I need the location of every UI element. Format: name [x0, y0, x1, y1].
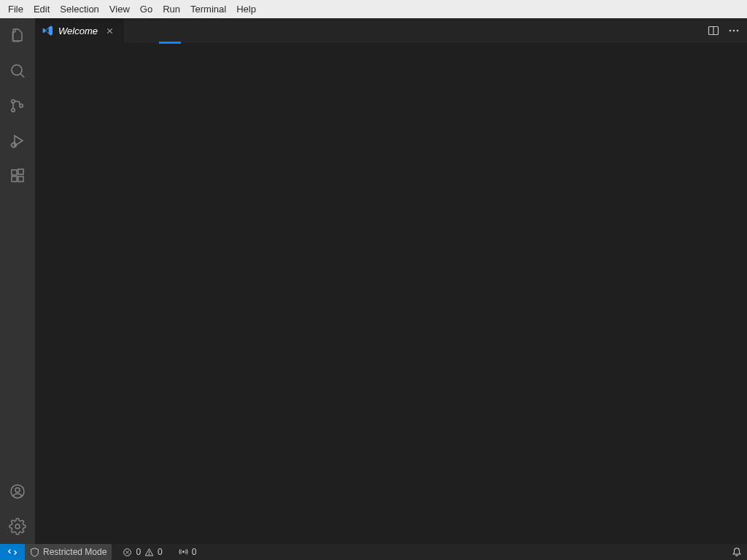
shield-icon	[30, 548, 39, 557]
svg-point-21	[729, 30, 732, 32]
more-icon	[728, 25, 740, 36]
activity-run-debug[interactable]	[0, 123, 35, 158]
menu-selection[interactable]: Selection	[55, 1, 104, 17]
tab-label: Welcome	[58, 26, 98, 36]
svg-rect-10	[12, 170, 17, 175]
gear-icon	[9, 518, 26, 535]
svg-rect-11	[12, 176, 17, 182]
activity-accounts[interactable]	[0, 474, 35, 509]
remote-icon	[7, 547, 18, 557]
activity-source-control[interactable]	[0, 88, 35, 123]
menu-file[interactable]: File	[3, 1, 28, 17]
svg-point-23	[737, 30, 739, 32]
remote-button[interactable]	[0, 544, 25, 560]
svg-point-4	[20, 104, 23, 107]
svg-point-0	[12, 65, 22, 75]
tab-bar: Welcome	[35, 18, 747, 44]
activity-search[interactable]	[0, 53, 35, 88]
ports-button[interactable]: 0	[174, 544, 202, 560]
svg-point-16	[15, 524, 20, 529]
menu-edit[interactable]: Edit	[28, 1, 55, 17]
svg-rect-13	[18, 169, 23, 174]
activity-bar	[0, 18, 35, 544]
editor-region: Welcome	[35, 18, 747, 544]
main-area: Welcome	[0, 18, 747, 544]
notifications-button[interactable]	[727, 544, 747, 560]
status-bar: Restricted Mode 0 0	[0, 544, 747, 560]
extensions-icon	[9, 167, 26, 184]
problems-button[interactable]: 0 0	[117, 544, 167, 560]
svg-point-3	[12, 109, 15, 112]
tab-welcome[interactable]: Welcome	[35, 18, 125, 43]
activity-extensions[interactable]	[0, 158, 35, 193]
menu-help[interactable]: Help	[231, 1, 261, 17]
svg-point-29	[182, 551, 184, 552]
bell-icon	[732, 547, 742, 557]
svg-line-1	[20, 74, 24, 77]
close-icon	[105, 26, 115, 36]
ports-count: 0	[192, 547, 197, 557]
editor-body[interactable]	[35, 46, 747, 544]
run-debug-icon	[9, 132, 26, 149]
breadcrumb-bar	[35, 44, 747, 46]
menu-terminal[interactable]: Terminal	[185, 1, 231, 17]
files-icon	[9, 27, 26, 44]
source-control-icon	[9, 97, 26, 114]
split-editor-icon	[708, 25, 719, 36]
menu-go[interactable]: Go	[135, 1, 158, 17]
vscode-icon	[42, 25, 54, 36]
svg-point-28	[149, 553, 150, 554]
menubar: File Edit Selection View Go Run Terminal…	[0, 0, 747, 18]
errors-count: 0	[136, 547, 141, 557]
activity-manage[interactable]	[0, 509, 35, 544]
warnings-count: 0	[158, 547, 163, 557]
account-icon	[9, 483, 26, 500]
tab-close-button[interactable]	[104, 24, 117, 37]
tab-actions	[700, 18, 747, 43]
split-editor-button[interactable]	[708, 25, 719, 36]
svg-rect-12	[18, 176, 23, 182]
warning-icon	[144, 548, 154, 557]
menu-view[interactable]: View	[104, 1, 135, 17]
svg-point-22	[733, 30, 735, 32]
more-actions-button[interactable]	[728, 25, 740, 36]
menu-run[interactable]: Run	[158, 1, 185, 17]
search-icon	[9, 62, 26, 79]
accent-indicator	[159, 42, 181, 44]
restricted-mode-label: Restricted Mode	[43, 547, 107, 557]
svg-point-2	[12, 100, 15, 103]
activity-explorer[interactable]	[0, 18, 35, 53]
error-icon	[123, 548, 132, 557]
radio-tower-icon	[179, 548, 188, 557]
restricted-mode-button[interactable]: Restricted Mode	[25, 544, 112, 560]
svg-point-15	[15, 488, 20, 492]
